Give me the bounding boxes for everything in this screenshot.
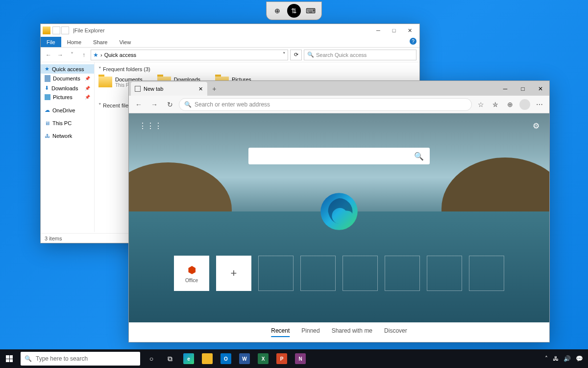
edge-logo-icon xyxy=(317,189,361,234)
taskbar-app-file-explorer[interactable] xyxy=(198,349,217,368)
ntp-tab-discover[interactable]: Discover xyxy=(384,325,407,337)
sidebar-item-label: Documents xyxy=(53,76,80,81)
qat-btn[interactable] xyxy=(52,26,60,34)
close-button[interactable]: ✕ xyxy=(532,82,549,96)
tile-label: Office xyxy=(185,278,198,283)
search-placeholder: Search Quick access xyxy=(316,52,367,58)
ribbon-tab-file[interactable]: File xyxy=(41,37,61,47)
back-button[interactable]: ← xyxy=(44,50,53,60)
tile-empty[interactable] xyxy=(258,256,294,291)
file-explorer-titlebar[interactable]: | File Explorer ─ □ ✕ xyxy=(41,24,419,37)
tile-empty[interactable] xyxy=(427,256,462,291)
up-button[interactable]: ↑ xyxy=(79,50,89,60)
tile-empty[interactable] xyxy=(343,256,378,291)
start-button[interactable] xyxy=(0,349,19,368)
tile-empty[interactable] xyxy=(385,256,420,291)
action-center-icon[interactable]: 💬 xyxy=(576,355,583,362)
tile-add[interactable]: + xyxy=(216,256,251,291)
refresh-button[interactable]: ↻ xyxy=(163,98,177,111)
collections-button[interactable]: ⊕ xyxy=(503,98,517,111)
word-icon: W xyxy=(239,353,250,364)
favorites-button[interactable]: ✮ xyxy=(489,98,502,111)
forward-button[interactable]: → xyxy=(55,50,65,60)
sidebar-item-this-pc[interactable]: 🖥This PC xyxy=(41,119,94,128)
pictures-icon xyxy=(45,94,50,100)
search-placeholder: Type here to search xyxy=(36,355,88,362)
sidebar-item-label: Network xyxy=(52,133,72,139)
minimize-button[interactable]: ─ xyxy=(370,25,386,36)
taskbar-app-word[interactable]: W xyxy=(235,349,254,368)
taskbar-app-powerpoint[interactable]: P xyxy=(272,349,291,368)
ntp-tabs: Recent Pinned Shared with me Discover xyxy=(271,325,407,337)
tile-empty[interactable] xyxy=(469,256,504,291)
ntp-tab-recent[interactable]: Recent xyxy=(271,325,290,337)
plus-icon: + xyxy=(231,267,237,280)
folder-icon xyxy=(43,26,50,34)
sidebar-item-quick-access[interactable]: ★Quick access xyxy=(41,64,94,74)
group-frequent[interactable]: ˅ Frequent folders (3) xyxy=(98,66,416,73)
taskbar-app-outlook[interactable]: O xyxy=(217,349,235,368)
star-icon: ★ xyxy=(45,66,49,72)
search-box[interactable]: 🔍 Search Quick access xyxy=(304,50,416,60)
pin-icon[interactable]: ⇅ xyxy=(287,4,301,18)
system-tray: ˄ 🖧 🔊 💬 xyxy=(540,355,588,362)
omnibox-placeholder: Search or enter web address xyxy=(195,101,270,108)
new-tab-button[interactable]: + xyxy=(207,82,221,96)
keyboard-icon[interactable]: ⌨ xyxy=(305,5,317,17)
cloud-icon: ☁ xyxy=(45,107,50,113)
zoom-icon[interactable]: ⊕ xyxy=(271,5,283,17)
powerpoint-icon: P xyxy=(276,353,287,364)
minimize-button[interactable]: ─ xyxy=(496,82,514,96)
maximize-button[interactable]: □ xyxy=(386,25,402,36)
quick-access-toolbar xyxy=(52,26,69,34)
browser-tab[interactable]: New tab ✕ xyxy=(131,82,207,96)
ribbon-tab-share[interactable]: Share xyxy=(87,37,113,47)
ribbon-tab-view[interactable]: View xyxy=(113,37,137,47)
new-tab-page: ⋮⋮⋮ ⚙ 🔍 ⬢Office + Recent Pinned Shared w… xyxy=(129,113,549,342)
close-tab-button[interactable]: ✕ xyxy=(198,86,203,92)
refresh-button[interactable]: ⟳ xyxy=(290,50,302,60)
forward-button[interactable]: → xyxy=(147,98,161,111)
profile-button[interactable] xyxy=(518,98,532,111)
back-button[interactable]: ← xyxy=(132,98,146,111)
sidebar-item-label: This PC xyxy=(52,120,72,126)
task-view-button[interactable]: ⧉ xyxy=(161,349,179,368)
quick-links: ⬢Office + xyxy=(174,256,504,291)
search-icon: 🔍 xyxy=(24,355,32,362)
qat-btn[interactable] xyxy=(61,26,69,34)
cortana-button[interactable]: ○ xyxy=(142,349,161,368)
tray-overflow-icon[interactable]: ˄ xyxy=(545,355,548,362)
sidebar-item-onedrive[interactable]: ☁OneDrive xyxy=(41,105,94,115)
ntp-tab-shared[interactable]: Shared with me xyxy=(332,325,372,337)
menu-button[interactable]: ⋯ xyxy=(533,98,546,111)
sidebar-item-documents[interactable]: Documents📌 xyxy=(41,74,94,83)
taskbar-app-edge[interactable]: e xyxy=(179,349,198,368)
pin-icon: 📌 xyxy=(85,86,90,91)
apps-launcher-icon[interactable]: ⋮⋮⋮ xyxy=(139,121,162,131)
gear-icon[interactable]: ⚙ xyxy=(533,121,539,131)
ntp-tab-pinned[interactable]: Pinned xyxy=(301,325,319,337)
sidebar-item-network[interactable]: 🖧Network xyxy=(41,131,94,140)
pc-icon: 🖥 xyxy=(45,120,50,126)
taskbar-app-onenote[interactable]: N xyxy=(291,349,310,368)
nav-bar: ← → ˅ ↑ ★ › Quick access ˅ ⟳ 🔍 Search Qu… xyxy=(41,48,419,62)
taskbar-search[interactable]: 🔍Type here to search xyxy=(21,352,140,366)
sidebar-item-pictures[interactable]: Pictures📌 xyxy=(41,93,94,102)
ntp-search-box[interactable]: 🔍 xyxy=(248,148,430,164)
omnibox[interactable]: 🔍 Search or enter web address xyxy=(179,98,472,111)
network-icon[interactable]: 🖧 xyxy=(553,355,559,362)
download-icon: ⬇ xyxy=(45,85,49,91)
taskbar-app-excel[interactable]: X xyxy=(254,349,272,368)
pin-icon: 📌 xyxy=(85,76,90,81)
history-dropdown[interactable]: ˅ xyxy=(67,50,77,60)
sound-icon[interactable]: 🔊 xyxy=(564,355,571,362)
address-bar[interactable]: ★ › Quick access ˅ xyxy=(91,50,288,60)
help-icon[interactable]: ? xyxy=(410,38,416,45)
sidebar-item-downloads[interactable]: ⬇Downloads📌 xyxy=(41,83,94,93)
close-button[interactable]: ✕ xyxy=(402,25,417,36)
tile-office[interactable]: ⬢Office xyxy=(174,256,209,291)
favorite-button[interactable]: ☆ xyxy=(474,98,488,111)
maximize-button[interactable]: □ xyxy=(514,82,532,96)
ribbon-tab-home[interactable]: Home xyxy=(61,37,87,47)
tile-empty[interactable] xyxy=(300,256,336,291)
